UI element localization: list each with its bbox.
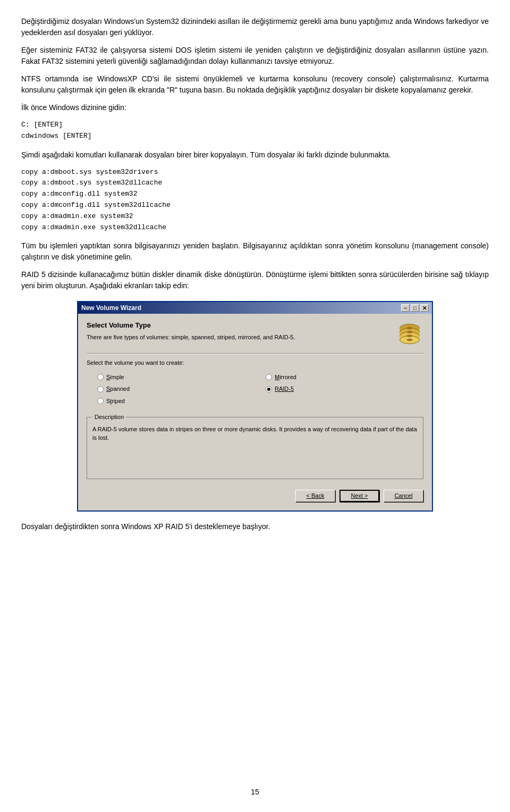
svg-point-8 — [406, 331, 412, 333]
cancel-button[interactable]: Cancel — [384, 490, 423, 502]
radio-simple[interactable]: Simple — [97, 373, 255, 382]
description-text: A RAID-5 volume stores data in stripes o… — [92, 425, 418, 442]
description-legend: Description — [92, 413, 126, 422]
back-button[interactable]: < Back — [295, 490, 335, 502]
paragraph-6: Tüm bu işlemleri yaptıktan sonra bilgisa… — [21, 240, 489, 263]
cancel-label: Cancel — [394, 492, 412, 499]
radio-striped-circle — [97, 398, 104, 404]
dialog-titlebar: New Volume Wizard – □ ✕ — [78, 302, 432, 314]
first-commands: C: [ENTER] cdwindows [ENTER] — [21, 120, 489, 142]
radio-simple-circle — [97, 374, 104, 380]
dialog-footer: < Back Next > Cancel — [87, 487, 423, 503]
maximize-button[interactable]: □ — [411, 304, 419, 312]
page-number: 15 — [251, 788, 259, 796]
paragraph-5: Şimdi aşağıdaki komutları kullanarak dos… — [21, 149, 489, 161]
dialog-body: Select Volume Type There are five types … — [78, 314, 432, 510]
radio-spanned[interactable]: Spanned — [97, 384, 255, 394]
svg-point-7 — [406, 327, 412, 330]
svg-point-9 — [406, 335, 412, 338]
close-window-button[interactable]: ✕ — [420, 304, 429, 312]
radio-simple-label: Simple — [106, 373, 124, 382]
radio-mirrored[interactable]: Mirrored — [266, 373, 423, 382]
paragraph-8: Dosyaları değiştirdikten sonra Windows X… — [21, 521, 489, 532]
radio-striped[interactable]: Striped — [97, 397, 255, 406]
dialog-section-desc: There are five types of volumes: simple,… — [87, 333, 396, 342]
dialog-header: Select Volume Type There are five types … — [87, 320, 423, 348]
dialog-screenshot: New Volume Wizard – □ ✕ Select Volume Ty… — [21, 301, 489, 512]
radio-striped-label: Striped — [106, 397, 125, 406]
new-volume-wizard-dialog: New Volume Wizard – □ ✕ Select Volume Ty… — [77, 301, 433, 512]
svg-point-10 — [406, 339, 412, 341]
copy-commands: copy a:dmboot.sys system32drivers copy a… — [21, 167, 489, 233]
back-label: < Back — [307, 492, 325, 499]
radio-spanned-label: Spanned — [106, 384, 130, 394]
radio-raid5-circle — [266, 386, 272, 392]
paragraph-2: Eğer sisteminiz FAT32 ile çalışıyorsa si… — [21, 45, 489, 67]
header-divider — [87, 353, 423, 354]
dialog-header-text: Select Volume Type There are five types … — [87, 320, 396, 341]
paragraph-4: İlk önce Windows dizinine gidin: — [21, 102, 489, 113]
paragraph-1: Değiştirdiğimiz dosyaları Windows'un Sys… — [21, 16, 489, 38]
next-label: Next > — [351, 492, 368, 499]
description-spacer — [92, 442, 418, 474]
volume-wizard-icon — [396, 320, 423, 348]
paragraph-7: RAID 5 dizisinde kullanacağımız bütün di… — [21, 269, 489, 291]
radio-spanned-circle — [97, 386, 104, 392]
minimize-button[interactable]: – — [401, 304, 410, 312]
radio-raid5-label: RAID-5 — [275, 384, 294, 394]
dialog-title: New Volume Wizard — [81, 303, 141, 313]
radio-raid5[interactable]: RAID-5 — [266, 384, 423, 394]
description-fieldset: Description A RAID-5 volume stores data … — [87, 413, 423, 479]
select-label: Select the volume you want to create: — [87, 358, 423, 367]
paragraph-3: NTFS ortamında ise WindowsXP CD'si ile s… — [21, 73, 489, 96]
radio-mirrored-circle — [266, 374, 272, 380]
volume-type-options: Simple Mirrored Spanned RA — [97, 373, 423, 406]
next-button[interactable]: Next > — [339, 490, 379, 502]
titlebar-buttons: – □ ✕ — [401, 304, 429, 312]
radio-mirrored-label: Mirrored — [275, 373, 296, 382]
dialog-section-title: Select Volume Type — [87, 320, 396, 331]
